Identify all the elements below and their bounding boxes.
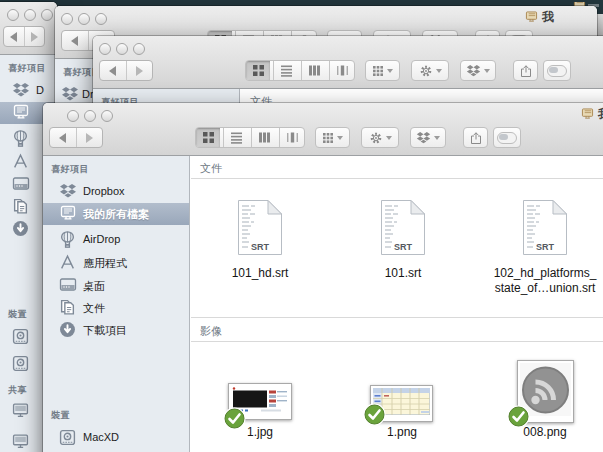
action-button[interactable] <box>361 127 399 148</box>
file-item-srt[interactable]: SRT SRT 101.srt <box>380 199 426 256</box>
desktop: 喜好項目 D 裝置 <box>0 0 603 452</box>
back-arrow-icon <box>59 133 66 143</box>
zoom-button[interactable] <box>95 13 107 25</box>
nav-buttons <box>3 26 45 47</box>
chevron-down-icon <box>484 69 490 73</box>
favorites-header: 喜好項目 <box>8 62 46 75</box>
column-view-button[interactable] <box>301 61 326 80</box>
column-view-button[interactable] <box>251 128 276 147</box>
forward-button[interactable] <box>24 27 45 46</box>
list-view-button[interactable] <box>223 128 248 147</box>
chevron-down-icon <box>337 136 343 140</box>
back-arrow-icon <box>71 36 78 46</box>
sidebar-item-dropbox[interactable]: D <box>0 80 57 102</box>
srt-file-icon: SRT SRT <box>522 199 568 256</box>
computer-icon <box>12 104 30 122</box>
share-icon <box>519 64 533 78</box>
section-divider <box>191 317 603 318</box>
computer-icon <box>525 11 538 23</box>
close-button[interactable] <box>99 43 111 55</box>
minimize-button[interactable] <box>116 43 128 55</box>
back-button[interactable] <box>100 61 126 80</box>
sidebar-item-applications[interactable]: 應用程式 <box>43 252 189 274</box>
computer-icon <box>59 205 77 223</box>
devices-header: 裝置 <box>51 409 70 422</box>
chevron-down-icon <box>387 69 393 73</box>
svg-text:SRT: SRT <box>394 242 413 252</box>
srt-file-icon: SRT SRT <box>380 199 426 256</box>
section-divider <box>191 341 603 342</box>
window-title: 我 <box>525 10 554 24</box>
computer-icon <box>581 108 594 120</box>
applications-icon <box>59 254 77 272</box>
zoom-button[interactable] <box>101 110 113 122</box>
arrange-button[interactable] <box>365 60 400 81</box>
sidebar-item-dropbox[interactable]: Dropbox <box>43 181 189 203</box>
dropbox-icon <box>416 131 431 144</box>
view-mode-control <box>245 60 355 81</box>
sidebar-item-documents[interactable]: 文件 <box>43 297 189 319</box>
toggle-button[interactable] <box>493 127 521 148</box>
file-item-srt[interactable]: SRT SRT 101_hd.srt <box>237 199 283 256</box>
back-button[interactable] <box>4 27 24 46</box>
display-icon <box>12 433 30 451</box>
action-button[interactable] <box>411 60 449 81</box>
arrange-button[interactable] <box>315 127 350 148</box>
documents-icon <box>12 198 30 216</box>
close-button[interactable] <box>61 13 73 25</box>
display-icon <box>12 402 30 420</box>
icon-view-button[interactable] <box>246 61 270 80</box>
back-button[interactable] <box>62 31 88 50</box>
back-button[interactable] <box>50 128 76 147</box>
arrange-grid-icon <box>372 65 384 77</box>
sidebar-item-desktop[interactable]: 桌面 <box>43 275 189 297</box>
back-arrow-icon <box>109 66 116 76</box>
minimize-button[interactable] <box>84 110 96 122</box>
dropbox-icon <box>59 183 77 201</box>
dropbox-icon <box>12 82 30 100</box>
dropbox-button[interactable] <box>460 60 496 81</box>
dropbox-button[interactable] <box>410 127 446 148</box>
share-button[interactable] <box>513 60 538 81</box>
minimize-button[interactable] <box>78 13 90 25</box>
coverflow-view-button[interactable] <box>279 128 304 147</box>
nav-buttons <box>49 127 103 148</box>
sidebar-item-macxd[interactable]: MacXD <box>43 427 189 449</box>
file-name: 1.jpg <box>210 425 310 440</box>
sidebar-item-all-my-files[interactable]: 我的所有檔案 <box>43 203 189 225</box>
sidebar-item-airdrop[interactable]: AirDrop <box>43 229 189 251</box>
section-header-images: 影像 <box>200 324 222 339</box>
arrange-grid-icon <box>322 132 334 144</box>
sidebar-item-downloads[interactable]: 下載項目 <box>43 319 189 341</box>
chevron-down-icon <box>386 136 392 140</box>
file-name: 101_hd.srt <box>191 266 330 281</box>
forward-button[interactable] <box>76 128 103 147</box>
minimize-button[interactable] <box>24 9 36 21</box>
list-view-button[interactable] <box>273 61 298 80</box>
file-name: 008.png <box>495 425 595 440</box>
airdrop-icon <box>12 130 30 148</box>
applications-icon <box>12 153 30 171</box>
zoom-button[interactable] <box>133 43 145 55</box>
file-item-srt[interactable]: SRT SRT 102_hd_platforms_state_of…union.… <box>522 199 568 256</box>
forward-button[interactable] <box>126 61 153 80</box>
icon-view-button[interactable] <box>196 128 220 147</box>
title-bar <box>93 36 603 89</box>
zoom-button[interactable] <box>41 9 53 21</box>
downloads-icon <box>59 321 77 339</box>
section-header-documents: 文件 <box>200 161 222 176</box>
title-bar <box>0 2 57 55</box>
toggle-button[interactable] <box>543 60 571 81</box>
close-button[interactable] <box>67 110 79 122</box>
coverflow-view-button[interactable] <box>329 61 354 80</box>
file-name: 101.srt <box>333 266 473 281</box>
airdrop-icon <box>59 231 77 249</box>
share-button[interactable] <box>463 127 488 148</box>
window-title: 我的 <box>581 107 603 121</box>
share-icon <box>469 131 483 145</box>
file-name: 1.png <box>352 425 452 440</box>
close-button[interactable] <box>7 9 19 21</box>
desktop-icon <box>59 277 77 295</box>
file-name: 102_hd_platforms_state_of…union.srt <box>475 266 603 296</box>
devices-header: 裝置 <box>8 308 27 321</box>
